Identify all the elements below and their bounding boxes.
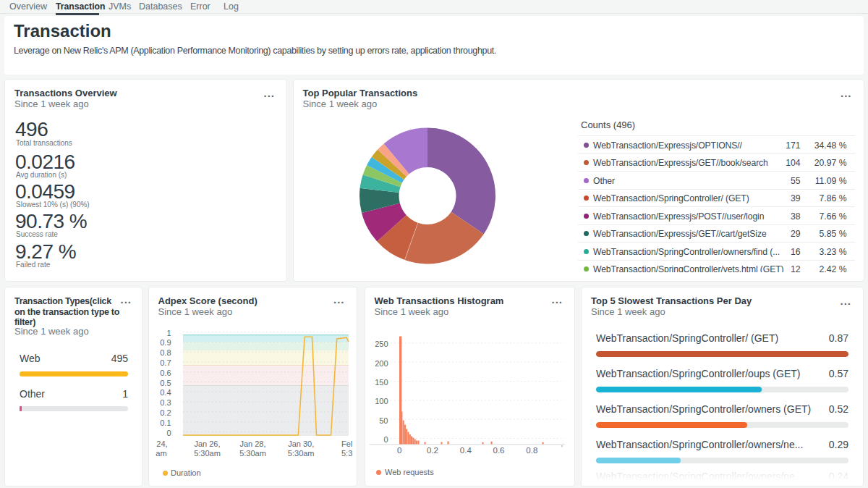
svg-text:Jan 28,: Jan 28, (239, 439, 265, 448)
svg-text:0.4: 0.4 (459, 446, 472, 455)
svg-text:am: am (156, 449, 166, 458)
svg-text:5:3: 5:3 (341, 449, 352, 458)
svg-text:5:30am: 5:30am (287, 449, 314, 458)
svg-text:0.2: 0.2 (427, 446, 438, 455)
svg-text:24,: 24, (156, 439, 167, 448)
svg-text:Jan 26,: Jan 26, (194, 439, 220, 448)
svg-text:Jan 30,: Jan 30, (288, 439, 314, 448)
svg-text:Fel: Fel (341, 439, 352, 448)
svg-text:': ' (561, 445, 563, 453)
svg-text:0.8: 0.8 (526, 446, 537, 455)
svg-text:5:30am: 5:30am (194, 449, 221, 458)
svg-text:0.6: 0.6 (493, 446, 504, 455)
svg-text:0: 0 (396, 446, 401, 455)
svg-text:5:30am: 5:30am (239, 449, 266, 458)
